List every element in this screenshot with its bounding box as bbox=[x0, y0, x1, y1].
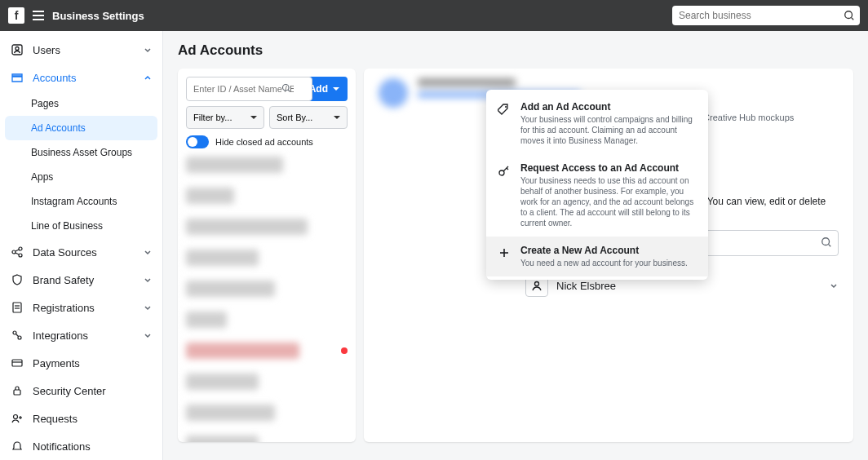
sidebar-item-registrations[interactable]: Registrations bbox=[0, 294, 162, 321]
svg-point-13 bbox=[18, 336, 21, 339]
svg-point-27 bbox=[822, 238, 830, 245]
filter-by-dropdown[interactable]: Filter by... bbox=[186, 106, 264, 129]
svg-point-4 bbox=[12, 250, 16, 254]
asset-list-panel: Add Filter by... Sort By... bbox=[178, 69, 356, 442]
svg-rect-9 bbox=[13, 303, 21, 312]
chevron-down-icon bbox=[143, 303, 153, 312]
alert-dot-icon bbox=[341, 347, 348, 354]
chevron-down-icon bbox=[143, 45, 153, 55]
clipboard-icon bbox=[10, 300, 24, 315]
sidebar-label: Accounts bbox=[33, 72, 76, 84]
tag-icon bbox=[496, 101, 512, 146]
payments-icon bbox=[10, 356, 24, 370]
svg-line-28 bbox=[829, 245, 831, 247]
chevron-down-icon bbox=[143, 247, 153, 257]
svg-line-7 bbox=[16, 250, 19, 251]
svg-line-8 bbox=[16, 253, 19, 254]
svg-line-14 bbox=[16, 334, 19, 337]
chevron-down-icon bbox=[143, 330, 153, 340]
sidebar-item-apps[interactable]: Apps bbox=[0, 165, 162, 189]
svg-point-18 bbox=[14, 415, 18, 419]
topbar-title: Business Settings bbox=[52, 10, 144, 22]
topbar: f Business Settings bbox=[0, 0, 868, 31]
sidebar-item-instagram-accounts[interactable]: Instagram Accounts bbox=[0, 189, 162, 214]
sidebar-item-line-of-business[interactable]: Line of Business bbox=[0, 214, 162, 238]
dropdown-item-create-new[interactable]: Create a New Ad Account You need a new a… bbox=[486, 237, 708, 276]
users-icon bbox=[10, 42, 24, 57]
list-item[interactable] bbox=[186, 157, 283, 173]
sidebar-item-users[interactable]: Users bbox=[0, 36, 162, 64]
chevron-down-icon bbox=[829, 281, 839, 290]
sidebar-item-payments[interactable]: Payments bbox=[0, 349, 162, 377]
caret-down-icon bbox=[250, 116, 257, 119]
accounts-icon bbox=[10, 70, 24, 85]
hide-closed-toggle[interactable] bbox=[186, 135, 209, 148]
svg-rect-15 bbox=[12, 360, 22, 366]
svg-point-25 bbox=[282, 85, 289, 91]
search-icon bbox=[844, 10, 855, 21]
search-business-input[interactable] bbox=[672, 6, 860, 25]
sidebar-item-pages[interactable]: Pages bbox=[0, 91, 162, 116]
list-item[interactable] bbox=[186, 188, 234, 204]
key-icon bbox=[496, 162, 512, 228]
list-item[interactable] bbox=[186, 405, 275, 421]
search-icon bbox=[821, 237, 832, 248]
svg-point-30 bbox=[505, 106, 507, 108]
toggle-label: Hide closed ad accounts bbox=[215, 137, 313, 147]
sidebar-label: Users bbox=[33, 44, 60, 56]
sidebar-item-ad-accounts[interactable]: Ad Accounts bbox=[5, 116, 157, 140]
svg-line-33 bbox=[507, 168, 508, 170]
list-item[interactable] bbox=[186, 312, 227, 328]
svg-point-29 bbox=[535, 282, 539, 286]
dropdown-item-request-access[interactable]: Request Access to an Ad Account Your bus… bbox=[486, 154, 708, 237]
sidebar-item-brand-safety[interactable]: Brand Safety bbox=[0, 266, 162, 294]
sidebar-item-notifications[interactable]: Notifications bbox=[0, 432, 162, 460]
list-item[interactable] bbox=[186, 436, 259, 442]
list-item[interactable] bbox=[186, 374, 259, 390]
topbar-search bbox=[672, 6, 860, 25]
page-title: Ad Accounts bbox=[178, 42, 853, 59]
asset-search-input[interactable] bbox=[186, 77, 312, 101]
svg-line-1 bbox=[852, 18, 854, 20]
sidebar-item-requests[interactable]: Requests bbox=[0, 405, 162, 432]
svg-line-26 bbox=[288, 90, 290, 91]
svg-rect-17 bbox=[14, 390, 20, 395]
sidebar-item-accounts[interactable]: Accounts bbox=[0, 64, 162, 91]
list-item[interactable] bbox=[186, 219, 308, 235]
sidebar: Users Accounts Pages Ad Accounts Busines… bbox=[0, 31, 163, 460]
shield-icon bbox=[10, 272, 24, 287]
chevron-down-icon bbox=[143, 275, 153, 285]
sort-by-dropdown[interactable]: Sort By... bbox=[269, 106, 348, 129]
sidebar-item-business-asset-groups[interactable]: Business Asset Groups bbox=[0, 140, 162, 165]
plus-icon bbox=[496, 245, 512, 268]
list-item[interactable] bbox=[186, 343, 299, 359]
svg-point-3 bbox=[16, 47, 19, 51]
sidebar-item-data-sources[interactable]: Data Sources bbox=[0, 238, 162, 266]
list-item[interactable] bbox=[186, 250, 259, 266]
svg-point-12 bbox=[13, 331, 16, 334]
menu-icon[interactable] bbox=[33, 11, 44, 20]
asset-list bbox=[186, 157, 348, 442]
integrations-icon bbox=[10, 328, 24, 343]
chevron-up-icon bbox=[143, 73, 153, 82]
person-name: Nick Elsbree bbox=[556, 280, 616, 292]
account-avatar bbox=[379, 78, 408, 108]
list-item[interactable] bbox=[186, 281, 275, 297]
facebook-logo[interactable]: f bbox=[8, 7, 24, 24]
search-icon bbox=[281, 83, 291, 93]
dropdown-item-add-ad-account[interactable]: Add an Ad Account Your business will con… bbox=[486, 93, 708, 154]
add-dropdown-menu: Add an Ad Account Your business will con… bbox=[486, 90, 708, 280]
data-sources-icon bbox=[10, 245, 24, 259]
svg-point-5 bbox=[19, 247, 22, 250]
sidebar-item-security-center[interactable]: Security Center bbox=[0, 377, 162, 405]
bell-icon bbox=[10, 439, 24, 453]
sidebar-item-integrations[interactable]: Integrations bbox=[0, 321, 162, 349]
caret-down-icon bbox=[334, 116, 340, 119]
lock-icon bbox=[10, 383, 24, 398]
svg-point-6 bbox=[19, 254, 22, 257]
caret-down-icon bbox=[333, 87, 339, 91]
main-content: Ad Accounts Add Filter by... bbox=[163, 31, 868, 460]
requests-icon bbox=[10, 411, 24, 426]
svg-point-0 bbox=[845, 11, 852, 19]
